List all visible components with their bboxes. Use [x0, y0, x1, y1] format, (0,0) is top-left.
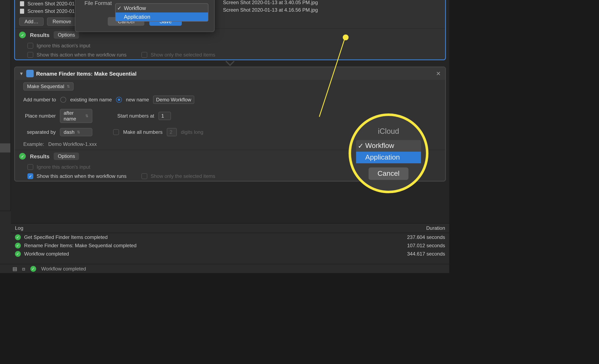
zoom-cancel-button: Cancel [368, 167, 409, 180]
svg-rect-45 [26, 70, 34, 77]
zoom-workflow-option: ✓Workflow [356, 140, 421, 152]
digits-input[interactable]: 2 [167, 128, 176, 136]
finder-icon [26, 70, 34, 77]
zoom-icloud-text: iCloud [378, 127, 399, 136]
log-row: ✓Rename Finder Items: Make Sequential co… [11, 241, 449, 250]
example-value: Demo Workflow-1.xxx [48, 141, 97, 147]
add-button[interactable]: Add… [19, 17, 44, 26]
results-label[interactable]: Results [30, 153, 50, 159]
disclosure-icon[interactable]: ▼ [19, 71, 24, 76]
action-list-item[interactable]: Label Finder Items [0, 70, 10, 79]
success-icon: ✓ [30, 266, 36, 271]
save-dialog: Save As: Tags: Where: ☁Desktop — iCloud … [75, 0, 215, 32]
separator-select[interactable]: dash [60, 128, 92, 136]
action-list-item[interactable]: Mount Disk Image [0, 79, 10, 88]
status-message: Workflow completed [41, 266, 86, 271]
action-list-item[interactable]: Get Specified Servers [0, 61, 10, 70]
success-icon: ✓ [19, 32, 26, 38]
make-all-checkbox[interactable] [113, 129, 119, 135]
action-list-item[interactable]: Filter Finder Items [0, 15, 10, 25]
mode-select[interactable]: Make Sequential [23, 82, 74, 91]
action-list-item[interactable]: Rename Finder Items [0, 143, 10, 152]
action-title: Rename Finder Items: Make Sequential [36, 70, 436, 77]
show-selected-checkbox[interactable] [141, 52, 147, 58]
action-list-item[interactable]: Scan Items from HP Devices [0, 162, 10, 171]
view-list-icon[interactable]: ▤ [12, 266, 17, 271]
action-list-item[interactable]: New Folder [0, 125, 10, 134]
svg-rect-44 [20, 9, 24, 14]
format-application-option[interactable]: Application [115, 12, 208, 21]
results-label[interactable]: Results [30, 32, 50, 38]
zoom-callout: iCloud ✓Workflow Application Cancel [349, 113, 428, 193]
start-number-input[interactable]: 1 [158, 112, 171, 120]
log-row: ✓Workflow completed344.617 seconds [11, 250, 449, 258]
action-list-item[interactable]: Open Finder Items [0, 134, 10, 143]
svg-rect-43 [20, 1, 24, 6]
new-name-input[interactable]: Demo Workflow [153, 96, 194, 104]
ignore-input-checkbox[interactable] [27, 43, 33, 49]
action-list-item[interactable]: Move Finder Items to Trash [0, 98, 10, 107]
view-flow-icon[interactable]: ⧈ [22, 266, 25, 271]
log-row: ✓Get Specified Finder Items completed237… [11, 233, 449, 241]
log-header: Log [15, 225, 395, 231]
file-row[interactable]: Screen Shot 2020-01-13 at 4.16.56 PM.jpg [219, 6, 445, 14]
action-list-item[interactable]: Reveal Finder Items [0, 152, 10, 162]
format-workflow-option[interactable]: ✓Workflow [115, 4, 208, 12]
action-list-item[interactable]: Get Selected Finder Items [0, 43, 10, 52]
new-name-radio[interactable] [116, 97, 122, 103]
annotation-dot [343, 34, 349, 40]
file-format-dropdown[interactable]: ✓Workflow Application [115, 3, 208, 21]
file-format-label: File Format [84, 0, 112, 6]
action-list-item[interactable]: Move Finder Items [0, 88, 10, 98]
place-select[interactable]: after name [60, 109, 92, 123]
action-list-item[interactable]: Set Spotlight Co…s for Finder Items [0, 189, 10, 204]
action-list-item[interactable]: Get Folder Contents [0, 34, 10, 43]
info-description: This action changes the names of the Fin… [0, 232, 6, 238]
duration-header: Duration [395, 225, 445, 231]
file-row[interactable]: Screen Shot 2020-01-13 at 3.40.05 PM.jpg [219, 0, 445, 6]
action-list-item[interactable]: New Aliases [0, 107, 10, 116]
close-icon[interactable]: ✕ [436, 70, 441, 77]
action-list-item[interactable]: New Disk Image [0, 116, 10, 125]
statusbar: ⚙▾ ⤴ ▤ ⧈ ✓ Workflow completed [0, 264, 449, 273]
zoom-application-option: Application [356, 152, 421, 163]
action-list-item[interactable]: Get Specified Finder Items [0, 52, 10, 61]
remove-button[interactable]: Remove [47, 17, 77, 26]
show-when-runs-checkbox[interactable] [27, 173, 33, 179]
workflow-area: ▼ Get Specified Fi ✕ Name Screen Shot 20… [11, 0, 449, 273]
action-list-item[interactable]: Set Application for Files [0, 171, 10, 180]
show-selected-checkbox[interactable] [141, 173, 147, 179]
action-list-item[interactable]: Find Finder Items [0, 25, 10, 34]
existing-name-radio[interactable] [60, 97, 66, 103]
show-when-runs-checkbox[interactable] [27, 52, 33, 58]
ignore-input-checkbox[interactable] [27, 164, 33, 170]
options-button[interactable]: Options [54, 152, 79, 160]
info-panel: Rename Finder Items This action changes … [0, 211, 11, 265]
action-list-item[interactable]: Set Folder Views [0, 180, 10, 189]
options-button[interactable]: Options [54, 31, 79, 39]
action-list-item[interactable]: Eject Disk [0, 6, 10, 15]
action-list-item[interactable]: Duplicate Finder Items [0, 0, 10, 6]
success-icon: ✓ [19, 153, 26, 160]
